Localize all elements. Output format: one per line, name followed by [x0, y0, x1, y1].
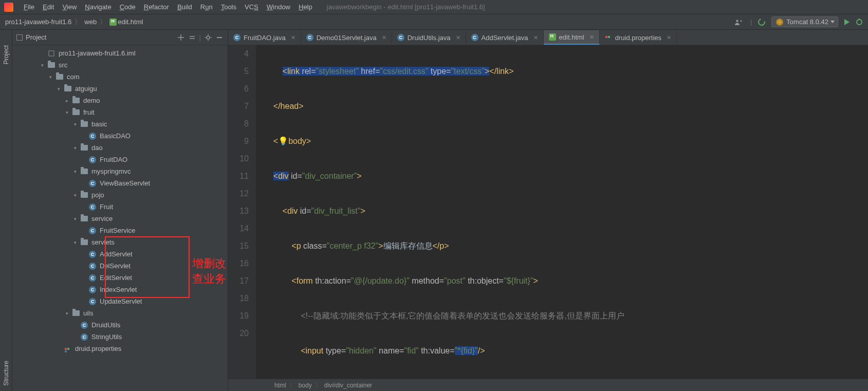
editor-tab[interactable]: druid.properties✕: [600, 30, 677, 45]
tree-item-label: DruidUtils: [91, 321, 120, 329]
tree-item[interactable]: CFruit: [12, 201, 228, 213]
tree-arrow-icon[interactable]: ▾: [58, 86, 64, 91]
editor-tab[interactable]: CFruitDAO.java✕: [228, 30, 301, 45]
tree-item[interactable]: ▾servlets: [12, 236, 228, 248]
close-icon[interactable]: ✕: [589, 34, 594, 41]
tree-item[interactable]: ▾pojo: [12, 189, 228, 201]
menu-refactor[interactable]: Refactor: [140, 3, 173, 11]
menu-edit[interactable]: Edit: [39, 3, 58, 11]
tree-item[interactable]: ▾basic: [12, 118, 228, 130]
tree-item-label: fruit: [83, 108, 95, 116]
tree-arrow-icon[interactable]: ▾: [74, 169, 80, 174]
tree-item[interactable]: ▾myspringmvc: [12, 165, 228, 177]
breadcrumb[interactable]: pro11-javaweb-fruit1.6 〉 web 〉 edit.html: [5, 17, 143, 27]
tree-arrow-icon[interactable]: ▾: [41, 63, 47, 68]
breadcrumb-node[interactable]: body: [299, 382, 312, 389]
breadcrumb-item[interactable]: web: [84, 18, 97, 26]
close-icon[interactable]: ✕: [456, 34, 460, 41]
tree-item-label: atguigu: [75, 85, 97, 92]
line-number: 14: [228, 220, 249, 237]
tree-item[interactable]: CFruitDAO: [12, 154, 228, 165]
tree-item[interactable]: ▾service: [12, 213, 228, 225]
run-configuration-dropdown[interactable]: Tomcat 8.0.42: [771, 16, 838, 27]
breadcrumb-node[interactable]: div#div_container: [324, 382, 372, 389]
editor-area: CFruitDAO.java✕CDemo01Servlet.java✕CDrui…: [228, 30, 868, 391]
tree-arrow-icon[interactable]: ▸: [66, 98, 72, 103]
sync-icon[interactable]: [757, 17, 767, 27]
editor-tab[interactable]: CDemo01Servlet.java✕: [301, 30, 392, 45]
line-number: 15: [228, 237, 249, 255]
project-tree[interactable]: pro11-javaweb-fruit1.6.iml▾src▾com▾atgui…: [12, 45, 228, 391]
menu-tools[interactable]: Tools: [217, 3, 241, 11]
tab-label: edit.html: [559, 33, 584, 41]
tree-item[interactable]: pro11-javaweb-fruit1.6.iml: [12, 47, 228, 59]
tool-tab-structure[interactable]: Structure: [2, 356, 11, 391]
tool-tab-project[interactable]: Project: [2, 40, 11, 69]
debug-button[interactable]: [856, 18, 863, 26]
gear-icon[interactable]: [204, 33, 212, 42]
menu-build[interactable]: Build: [173, 3, 196, 11]
breadcrumb-item[interactable]: edit.html: [118, 18, 143, 26]
tree-arrow-icon[interactable]: ▾: [66, 110, 72, 115]
tree-item[interactable]: ▾com: [12, 71, 228, 83]
hide-icon[interactable]: [215, 33, 224, 42]
breadcrumb-node[interactable]: html: [274, 382, 286, 389]
tree-item[interactable]: ▾dao: [12, 142, 228, 154]
close-icon[interactable]: ✕: [533, 34, 538, 41]
tree-item-label: basic: [91, 120, 107, 128]
html-file-icon: [549, 33, 556, 41]
editor-tab[interactable]: edit.html✕: [544, 30, 600, 45]
line-number: 16: [228, 255, 249, 272]
tree-item-label: src: [59, 61, 67, 69]
menu-view[interactable]: View: [58, 3, 81, 11]
menu-run[interactable]: Run: [196, 3, 217, 11]
tree-item[interactable]: CFruitService: [12, 225, 228, 236]
tree-item[interactable]: ▾atguigu: [12, 83, 228, 95]
collapse-all-icon[interactable]: [188, 33, 196, 42]
tree-item[interactable]: ▾src: [12, 59, 228, 71]
tree-item[interactable]: CBasicDAO: [12, 130, 228, 142]
tree-item[interactable]: CViewBaseServlet: [12, 177, 228, 189]
menu-file[interactable]: File: [20, 3, 39, 11]
app-logo-icon: [4, 3, 13, 12]
editor-tab[interactable]: CAddServlet.java✕: [466, 30, 544, 45]
run-button[interactable]: [844, 19, 849, 25]
close-icon[interactable]: ✕: [291, 34, 296, 41]
menu-navigate[interactable]: Navigate: [81, 3, 115, 11]
tree-arrow-icon[interactable]: ▾: [74, 216, 80, 221]
close-icon[interactable]: ✕: [382, 34, 386, 41]
tree-item[interactable]: CUpdateServlet: [12, 295, 228, 307]
menu-window[interactable]: Window: [263, 3, 294, 11]
tree-arrow-icon[interactable]: ▾: [74, 145, 80, 151]
tree-arrow-icon[interactable]: ▾: [74, 193, 80, 198]
tomcat-icon: [776, 18, 783, 26]
tree-arrow-icon[interactable]: ▾: [74, 240, 80, 245]
scroll-from-source-icon[interactable]: [177, 33, 185, 42]
editor-breadcrumb[interactable]: html 〉 body 〉 div#div_container: [228, 379, 868, 391]
tree-item[interactable]: CDruidUtils: [12, 319, 228, 331]
tree-arrow-icon[interactable]: ▾: [66, 311, 72, 316]
menu-help[interactable]: Help: [294, 3, 317, 11]
tree-item[interactable]: druid.properties: [12, 343, 228, 355]
annotation-label: 增删改查业务: [192, 256, 228, 287]
close-icon[interactable]: ✕: [667, 34, 671, 41]
svg-point-0: [736, 20, 738, 22]
users-icon[interactable]: [735, 18, 744, 26]
breadcrumb-item[interactable]: pro11-javaweb-fruit1.6: [5, 18, 71, 26]
tree-arrow-icon[interactable]: ▾: [49, 75, 56, 80]
code-content[interactable]: <link rel="stylesheet" href="css/edit.cs…: [256, 45, 868, 379]
tree-item[interactable]: ▾fruit: [12, 106, 228, 118]
menu-vcs[interactable]: VCS: [241, 3, 263, 11]
line-number: 11: [228, 167, 249, 185]
menu-code[interactable]: Code: [116, 3, 140, 11]
tree-item[interactable]: ▸demo: [12, 95, 228, 106]
svg-rect-10: [605, 36, 607, 38]
line-number: 20: [228, 325, 249, 342]
tree-item[interactable]: ▾uils: [12, 307, 228, 319]
tree-arrow-icon[interactable]: ▾: [74, 122, 80, 127]
tree-item[interactable]: CStringUtils: [12, 331, 228, 343]
tab-label: FruitDAO.java: [244, 34, 286, 42]
code-editor[interactable]: 4567891011121314151617181920 <link rel="…: [228, 45, 868, 379]
svg-point-4: [207, 36, 210, 39]
editor-tab[interactable]: CDruidUtils.java✕: [392, 30, 466, 45]
